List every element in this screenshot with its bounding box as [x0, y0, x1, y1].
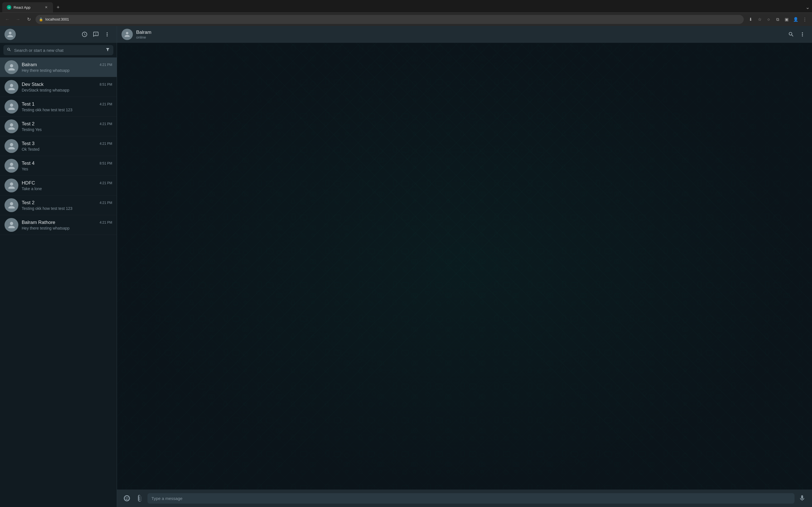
avatar-person-icon [8, 122, 15, 130]
chat-list-item[interactable]: Test 2 4:21 PM Testing Yes [0, 117, 117, 136]
new-chat-icon [93, 31, 99, 38]
tab-title: React App [13, 5, 42, 10]
chat-item-top: Test 2 4:21 PM [22, 200, 112, 206]
chat-header-info: Balram online [136, 30, 783, 40]
chat-item-info: Test 3 4:21 PM Ok Tested [22, 141, 112, 152]
chat-item-name: Test 4 [22, 161, 35, 166]
chat-header-actions [786, 29, 808, 40]
emoji-icon [123, 495, 131, 502]
browser-chrome: ⚛ React App ✕ + ⌄ ← → ↻ 🔒 localhost:3001… [0, 0, 812, 26]
chat-header: Balram online [117, 26, 812, 43]
account-icon[interactable]: 👤 [792, 15, 800, 23]
chat-item-info: HDFC 4:21 PM Take a lone [22, 180, 112, 191]
chat-item-last-message: Yes [22, 167, 112, 171]
chat-menu-button[interactable] [797, 29, 808, 40]
tab-bar: ⚛ React App ✕ + ⌄ [0, 0, 812, 12]
chat-item-avatar [4, 179, 18, 192]
refresh-button[interactable]: ↻ [25, 15, 33, 23]
chat-list-item[interactable]: Test 2 4:21 PM Testing okk how test test… [0, 195, 117, 215]
chat-item-last-message: Hey there testing whatsapp [22, 68, 112, 73]
chat-item-info: Test 2 4:21 PM Testing okk how test test… [22, 200, 112, 211]
search-icon [7, 47, 11, 53]
chat-item-avatar [4, 198, 18, 212]
avatar-person-icon [8, 221, 15, 229]
chat-item-info: Balram Rathore 4:21 PM Hey there testing… [22, 220, 112, 230]
sidebar-menu-button[interactable] [102, 29, 112, 40]
more-menu-icon[interactable]: ⋮ [801, 15, 809, 23]
profile-icon[interactable]: ○ [765, 15, 772, 23]
chat-item-last-message: Hey there testing whatsapp [22, 226, 112, 230]
chat-list: Balram 4:21 PM Hey there testing whatsap… [0, 57, 117, 507]
chat-item-last-message: Testing okk how test test 123 [22, 206, 112, 211]
search-input[interactable] [14, 48, 103, 53]
chat-header-avatar [121, 29, 133, 40]
chat-item-name: Balram Rathore [22, 220, 55, 225]
chat-list-item[interactable]: Dev Stack 8:51 PM DevStack testing whats… [0, 77, 117, 97]
forward-button[interactable]: → [14, 15, 22, 23]
sidebar-icon[interactable]: ▣ [783, 15, 791, 23]
chat-list-item[interactable]: HDFC 4:21 PM Take a lone [0, 176, 117, 195]
chat-item-time: 4:21 PM [100, 181, 112, 185]
chat-item-name: Test 2 [22, 200, 35, 206]
chat-item-avatar [4, 159, 18, 173]
chat-contact-status: online [136, 35, 783, 40]
chat-item-avatar [4, 100, 18, 114]
chat-item-top: Test 2 4:21 PM [22, 121, 112, 127]
active-tab[interactable]: ⚛ React App ✕ [2, 2, 53, 12]
chat-more-icon [799, 31, 806, 38]
user-avatar[interactable] [4, 29, 16, 40]
avatar-person-icon [8, 182, 15, 189]
chat-search-button[interactable] [786, 29, 796, 40]
url-bar[interactable]: 🔒 localhost:3001 [36, 15, 744, 24]
filter-icon[interactable] [105, 47, 110, 53]
contact-avatar-icon [124, 31, 130, 38]
chat-item-last-message: Testing Yes [22, 127, 112, 132]
tab-menu-button[interactable]: ⌄ [806, 4, 810, 10]
status-button[interactable] [80, 29, 90, 40]
chat-item-name: Test 1 [22, 101, 35, 107]
chat-item-avatar [4, 218, 18, 232]
chat-list-item[interactable]: Balram Rathore 4:21 PM Hey there testing… [0, 215, 117, 235]
chat-item-name: Test 2 [22, 121, 35, 127]
search-bar [0, 43, 117, 57]
chat-item-info: Test 1 4:21 PM Testing okk how test test… [22, 101, 112, 112]
chat-item-last-message: DevStack testing whatsapp [22, 88, 112, 93]
extensions-icon[interactable]: ⧉ [774, 15, 781, 23]
tab-close-button[interactable]: ✕ [44, 5, 49, 10]
chat-item-top: Test 1 4:21 PM [22, 101, 112, 107]
chat-list-item[interactable]: Test 4 8:51 PM Yes [0, 156, 117, 176]
sidebar-header [0, 26, 117, 43]
attach-button[interactable] [135, 493, 145, 504]
new-tab-button[interactable]: + [54, 3, 62, 11]
chat-item-time: 4:21 PM [100, 63, 112, 67]
download-icon[interactable]: ⬇ [747, 15, 755, 23]
chat-item-top: Balram 4:21 PM [22, 62, 112, 68]
chat-item-time: 4:21 PM [100, 142, 112, 146]
bookmark-icon[interactable]: ☆ [756, 15, 763, 23]
chat-item-time: 4:21 PM [100, 221, 112, 224]
chat-list-item[interactable]: Test 1 4:21 PM Testing okk how test test… [0, 97, 117, 117]
sidebar-header-actions [80, 29, 112, 40]
emoji-button[interactable] [121, 493, 132, 504]
tab-favicon: ⚛ [7, 5, 11, 10]
mic-button[interactable] [797, 493, 808, 504]
new-chat-button[interactable] [91, 29, 101, 40]
chat-item-time: 4:21 PM [100, 102, 112, 106]
bg-pattern [117, 43, 812, 490]
avatar-person-icon [8, 202, 15, 209]
browser-actions: ⬇ ☆ ○ ⧉ ▣ 👤 ⋮ [747, 15, 809, 23]
back-button[interactable]: ← [3, 15, 11, 23]
chat-list-item[interactable]: Test 3 4:21 PM Ok Tested [0, 136, 117, 156]
address-bar: ← → ↻ 🔒 localhost:3001 ⬇ ☆ ○ ⧉ ▣ 👤 ⋮ [0, 12, 812, 26]
message-input[interactable] [147, 493, 795, 504]
app: Balram 4:21 PM Hey there testing whatsap… [0, 26, 812, 507]
lock-icon: 🔒 [39, 17, 43, 21]
chat-item-time: 8:51 PM [100, 82, 112, 87]
chat-item-last-message: Ok Tested [22, 147, 112, 152]
chat-item-info: Dev Stack 8:51 PM DevStack testing whats… [22, 82, 112, 93]
chat-item-top: Balram Rathore 4:21 PM [22, 220, 112, 225]
chat-item-time: 4:21 PM [100, 122, 112, 126]
svg-rect-6 [117, 43, 812, 490]
chat-item-name: Balram [22, 62, 37, 68]
chat-list-item[interactable]: Balram 4:21 PM Hey there testing whatsap… [0, 57, 117, 77]
